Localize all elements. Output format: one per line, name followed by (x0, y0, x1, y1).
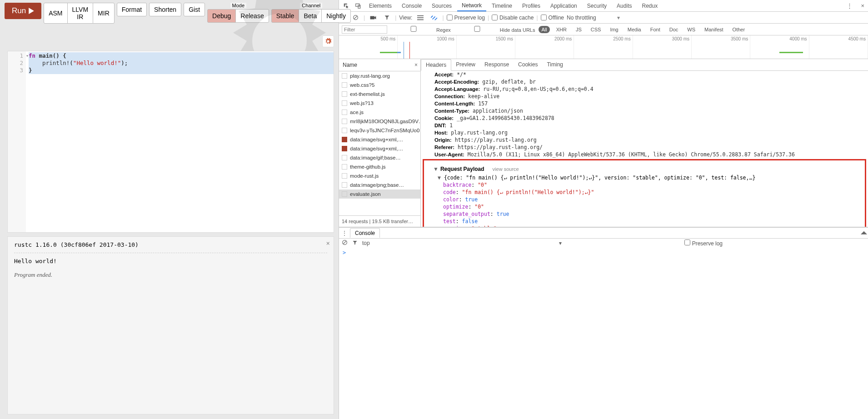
beta-button[interactable]: Beta (299, 9, 322, 23)
gist-button[interactable]: Gist (184, 3, 205, 16)
network-toolbar: | | View: | Preserve log | Disable cache… (339, 12, 868, 24)
code-editor[interactable]: 1 2 3 ▾ fn main() { println!("Hello worl… (7, 51, 334, 233)
request-item[interactable]: data:image/png;base… (339, 180, 420, 190)
payload-line: code: "fn main() {↵ println!("Hello worl… (427, 189, 862, 196)
file-icon (342, 82, 347, 88)
devtools-tab-console[interactable]: Console (397, 1, 426, 11)
filter-console-icon[interactable] (352, 240, 358, 247)
header-line: Accept-Encoding: gzip, deflate, br (421, 78, 868, 85)
close-output-button[interactable]: × (326, 239, 330, 247)
close-icon[interactable]: × (414, 62, 418, 68)
console-menu-icon[interactable]: ⋮ (342, 230, 347, 236)
close-devtools-icon[interactable]: × (857, 2, 868, 9)
console-context[interactable]: top (362, 240, 370, 246)
request-item[interactable]: web.css?5 (339, 80, 420, 90)
devtools-tab-application[interactable]: Application (546, 1, 582, 11)
request-item[interactable]: web.js?13 (339, 99, 420, 108)
request-item[interactable]: data:image/svg+xml,… (339, 144, 420, 153)
device-icon[interactable] (353, 0, 364, 11)
gutter: 1 2 3 ▾ (8, 51, 26, 232)
filter-type-other[interactable]: Other (730, 26, 748, 33)
request-item[interactable]: theme-github.js (339, 162, 420, 171)
detail-tabs: HeadersPreviewResponseCookiesTiming (421, 59, 868, 71)
request-item[interactable]: play.rust-lang.org (339, 71, 420, 80)
request-item[interactable]: leqv3v-yTsJNC7nFznSMqUo0… (339, 126, 420, 135)
filter-type-media[interactable]: Media (625, 26, 644, 33)
debug-button[interactable]: Debug (207, 9, 236, 23)
request-list: Name × play.rust-lang.orgweb.css?5ext-th… (339, 59, 421, 227)
request-item[interactable]: mrI8jkM18OlOQN8JLgasD9V… (339, 117, 420, 126)
settings-button[interactable] (322, 35, 334, 47)
clear-console-icon[interactable] (342, 239, 348, 247)
devtools-tab-network[interactable]: Network (457, 0, 486, 11)
format-button[interactable]: Format (117, 3, 147, 16)
regex-checkbox[interactable]: Regex (391, 26, 451, 33)
filter-type-manifest[interactable]: Manifest (702, 26, 726, 33)
camera-icon[interactable] (368, 12, 379, 23)
request-item[interactable]: data:image/svg+xml,… (339, 135, 420, 144)
request-item[interactable]: ext-themelist.js (339, 90, 420, 99)
devtools-tab-profiles[interactable]: Profiles (518, 1, 545, 11)
stable-button[interactable]: Stable (271, 9, 299, 23)
more-icon[interactable]: ⋮ (843, 2, 856, 9)
filter-type-js[interactable]: JS (573, 26, 584, 33)
mode-block: Mode Debug Release (208, 3, 269, 23)
request-item[interactable]: ace.js (339, 108, 420, 117)
filter-input[interactable] (342, 25, 387, 34)
console-tab[interactable]: Console (350, 228, 380, 238)
console-prompt[interactable]: > (339, 248, 868, 419)
throttling-select[interactable]: No throttling (567, 15, 596, 21)
filter-type-css[interactable]: CSS (588, 26, 604, 33)
collapse-icon[interactable] (861, 230, 867, 236)
detail-tab-headers[interactable]: Headers (421, 59, 451, 71)
filter-type-img[interactable]: Img (607, 26, 621, 33)
llvm-button[interactable]: LLVM IR (67, 3, 94, 24)
mir-button[interactable]: MIR (93, 3, 115, 24)
request-item[interactable]: mode-rust.js (339, 171, 420, 180)
preserve-log-checkbox[interactable]: Preserve log (447, 15, 485, 21)
header-line: Host: play.rust-lang.org (421, 129, 868, 136)
devtools-tab-redux[interactable]: Redux (637, 1, 662, 11)
offline-checkbox[interactable]: Offline (541, 15, 564, 21)
request-item[interactable]: data:image/gif;base… (339, 153, 420, 162)
header-line: Origin: https://play.rust-lang.org (421, 136, 868, 144)
filter-type-doc[interactable]: Doc (667, 26, 681, 33)
hide-data-urls-checkbox[interactable]: Hide data URLs (454, 26, 535, 33)
detail-tab-cookies[interactable]: Cookies (514, 59, 542, 70)
payload-title[interactable]: ▼Request Payloadview source (427, 163, 862, 174)
header-line: Cookie: _ga=GA1.2.1499685430.1483962878 (421, 115, 868, 122)
console-preserve-checkbox[interactable]: Preserve log (684, 239, 723, 247)
detail-tab-preview[interactable]: Preview (451, 59, 480, 70)
filter-type-xhr[interactable]: XHR (554, 26, 569, 33)
frame-view-icon[interactable] (429, 12, 439, 23)
run-button[interactable]: Run (5, 3, 41, 19)
devtools-tab-timeline[interactable]: Timeline (487, 1, 517, 11)
detail-tab-response[interactable]: Response (480, 59, 514, 70)
payload-line: version: "stable" (427, 225, 862, 227)
devtools-tab-security[interactable]: Security (583, 1, 611, 11)
compiler-version: rustc 1.16.0 (30cf806ef 2017-03-10) (14, 241, 327, 248)
chevron-down-icon[interactable]: ▾ (617, 15, 620, 21)
nightly-button[interactable]: Nightly (321, 9, 351, 23)
code-area[interactable]: fn main() { println!("Hello world!"); } (29, 51, 334, 232)
asm-button[interactable]: ASM (44, 3, 67, 24)
filter-icon[interactable] (381, 12, 392, 23)
release-button[interactable]: Release (235, 9, 269, 23)
list-view-icon[interactable] (415, 12, 426, 23)
devtools-tab-elements[interactable]: Elements (364, 1, 396, 11)
detail-body: Accept: */*Accept-Encoding: gzip, deflat… (421, 71, 868, 227)
filter-type-ws[interactable]: WS (684, 26, 698, 33)
devtools-tabs: ElementsConsoleSourcesNetworkTimelinePro… (339, 0, 868, 12)
devtools-pane: ElementsConsoleSourcesNetworkTimelinePro… (339, 0, 868, 419)
shorten-button[interactable]: Shorten (149, 3, 181, 16)
filter-type-all[interactable]: All (539, 26, 549, 33)
devtools-tab-audits[interactable]: Audits (612, 1, 636, 11)
file-icon (342, 73, 347, 79)
disable-cache-checkbox[interactable]: Disable cache (492, 15, 534, 21)
clear-icon[interactable] (350, 12, 361, 23)
detail-tab-timing[interactable]: Timing (542, 59, 568, 70)
filter-type-font[interactable]: Font (648, 26, 663, 33)
devtools-tab-sources[interactable]: Sources (427, 1, 456, 11)
timeline[interactable]: 500 ms1000 ms1500 ms2000 ms2500 ms3000 m… (339, 35, 868, 59)
request-item[interactable]: evaluate.json (339, 190, 420, 199)
